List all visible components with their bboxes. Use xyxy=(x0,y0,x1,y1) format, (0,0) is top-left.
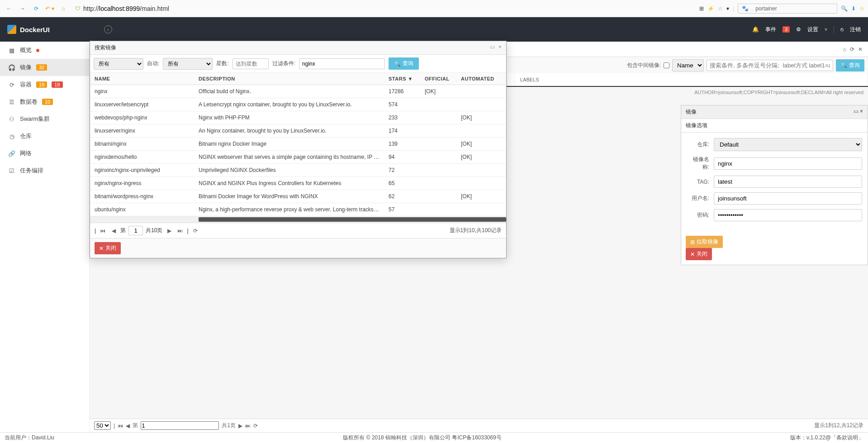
col-desc[interactable]: DESCRIPTION xyxy=(194,73,384,85)
close-all-icon[interactable]: ✕ xyxy=(858,46,863,52)
sidebar-item-network[interactable]: 🔗 网络 xyxy=(0,145,89,162)
qr-icon[interactable]: ⊞ xyxy=(699,5,704,12)
reload-icon[interactable]: ⟳ xyxy=(191,227,199,235)
events-label[interactable]: 事件 xyxy=(765,26,776,33)
favorite-icon[interactable]: ☆ xyxy=(859,5,864,12)
horizontal-scrollbar[interactable] xyxy=(90,216,506,223)
maximize-icon[interactable]: ▭ xyxy=(490,44,495,52)
table-row[interactable]: nginxinc/nginx-unprivilegedUnprivileged … xyxy=(90,164,506,177)
prev-page-icon[interactable]: ◀ xyxy=(126,423,130,429)
search-icon[interactable]: 🔍 xyxy=(841,5,848,12)
first-page-icon[interactable]: ⏮ xyxy=(118,423,123,429)
home-icon[interactable]: ⌂ xyxy=(843,46,846,52)
shield-icon: 🛡 xyxy=(75,5,81,12)
col-official[interactable]: OFFICIAL xyxy=(420,73,456,85)
page-input[interactable] xyxy=(128,226,143,235)
filter-input[interactable] xyxy=(707,60,833,71)
image-name-input[interactable] xyxy=(714,157,862,170)
pull-image-button[interactable]: ⊞拉取镜像 xyxy=(686,236,723,248)
undo-icon[interactable]: ↶ ▾ xyxy=(44,3,55,14)
logout-label[interactable]: 注销 xyxy=(850,26,861,33)
chevron-down-icon[interactable]: ▾ xyxy=(726,5,729,12)
col-name[interactable]: NAME xyxy=(90,73,194,85)
close-icon[interactable]: × xyxy=(860,108,863,114)
reload-icon[interactable]: ⟳ xyxy=(31,3,42,14)
include-intermediate-checkbox[interactable] xyxy=(664,62,669,68)
settings-label[interactable]: 设置 xyxy=(807,26,818,33)
tag-input[interactable] xyxy=(714,176,862,188)
sidebar-item-swarm[interactable]: ⚇ Swarm集群 xyxy=(0,110,89,128)
url-text: http://localhost:8999/main.html xyxy=(83,5,169,12)
forward-icon[interactable]: → xyxy=(17,3,28,14)
bolt-icon[interactable]: ⚡ xyxy=(707,5,714,12)
app-name: DockerUI xyxy=(20,26,50,33)
next-page-icon[interactable]: ▶ xyxy=(238,423,242,429)
current-user-label: 当前用户：David.Liu xyxy=(5,434,54,442)
name-select[interactable]: Name xyxy=(672,59,704,71)
browser-search[interactable]: 🐾 , portainer xyxy=(738,4,837,14)
table-row[interactable]: webdevops/php-nginxNginx with PHP-FPM233… xyxy=(90,111,506,124)
sidebar-item-overview[interactable]: ▦ 概览 xyxy=(0,42,89,59)
repo-select[interactable]: Default xyxy=(714,138,862,151)
filter-input[interactable] xyxy=(299,58,385,69)
grid-icon: ▦ xyxy=(8,47,15,54)
panel-close-button[interactable]: ✕关闭 xyxy=(686,248,712,260)
last-page-icon[interactable]: ⏭ xyxy=(245,423,251,429)
dialog-close-button[interactable]: ✕关闭 xyxy=(95,242,121,254)
pager-info: 显示1到10,共100记录 xyxy=(450,227,502,234)
back-icon[interactable]: ← xyxy=(4,3,14,14)
refresh-icon: ⟳ xyxy=(8,81,15,88)
panel-section: 镜像选项 xyxy=(686,122,707,129)
next-page-icon[interactable]: ▶ xyxy=(165,227,173,235)
dialog-query-button[interactable]: 🔍查询 xyxy=(389,57,419,70)
pager-info: 显示1到12,共12记录 xyxy=(814,422,863,429)
home-icon[interactable]: ⌂ xyxy=(58,3,69,14)
first-page-icon[interactable]: ⏮ xyxy=(99,227,107,235)
sidebar-item-tasks[interactable]: ☑ 任务编排 xyxy=(0,162,89,179)
bell-icon[interactable]: 🔔 xyxy=(752,26,759,33)
table-row[interactable]: bitnami/wordpress-nginxBitnami Docker Im… xyxy=(90,190,506,203)
image-detail-panel: 镜像 ▭ × 镜像选项 仓库:Default 镜像名称: TAG: 用户名: 密… xyxy=(681,105,868,265)
table-row[interactable]: bitnami/nginxBitnami nginx Docker Image1… xyxy=(90,138,506,151)
headphones-icon: 🎧 xyxy=(8,64,15,71)
gear-icon[interactable]: ⚙ xyxy=(796,26,801,33)
sidebar-item-containers[interactable]: ⟳ 容器 19 19 xyxy=(0,76,89,93)
reload-icon[interactable]: ⟳ xyxy=(253,423,258,429)
table-row[interactable]: nginxOfficial build of Nginx.17286[OK] xyxy=(90,85,506,98)
table-row[interactable]: ubuntu/nginxNginx, a high-performance re… xyxy=(90,203,506,216)
sidebar-item-registry[interactable]: ◷ 仓库 xyxy=(0,128,89,145)
sidebar: ▦ 概览 🎧 镜像 32 ⟳ 容器 19 19 ☰ 数据卷 10 ⚇ Swarm… xyxy=(0,42,90,443)
table-row[interactable]: nginxdemos/helloNGINX webserver that ser… xyxy=(90,151,506,164)
close-icon[interactable]: × xyxy=(498,44,502,52)
sidebar-item-images[interactable]: 🎧 镜像 32 xyxy=(0,59,89,76)
page-input[interactable] xyxy=(141,421,219,430)
last-page-icon[interactable]: ⏭ xyxy=(176,227,184,235)
prev-page-icon[interactable]: ◀ xyxy=(109,227,118,235)
all-select-1[interactable]: 所有 xyxy=(94,58,143,70)
gauge-icon: ◷ xyxy=(8,133,15,140)
download-icon[interactable]: ⬇ xyxy=(851,5,856,12)
password-input[interactable] xyxy=(714,209,862,221)
col-auto[interactable]: AUTOMATED xyxy=(456,73,506,85)
extensions: ⊞ ⚡ ☆ ▾ | 🐾 , portainer 🔍 ⬇ ☆ xyxy=(699,4,864,14)
logo-icon xyxy=(7,25,16,34)
reload-icon[interactable]: ⟳ xyxy=(850,46,854,52)
url-bar[interactable]: 🛡 http://localhost:8999/main.html xyxy=(75,5,392,12)
task-icon: ☑ xyxy=(8,167,15,174)
sidebar-collapse-icon[interactable]: ‹ xyxy=(104,25,112,33)
sidebar-item-volumes[interactable]: ☰ 数据卷 10 xyxy=(0,93,89,110)
dot-icon xyxy=(36,49,39,52)
query-button[interactable]: 🔍查询 xyxy=(836,59,864,71)
star-icon[interactable]: ☆ xyxy=(718,5,723,12)
col-stars[interactable]: STARS ▼ xyxy=(384,73,420,85)
logout-icon[interactable]: ⎋ xyxy=(840,26,844,33)
stars-input[interactable] xyxy=(232,58,269,69)
user-input[interactable] xyxy=(714,192,862,205)
table-row[interactable]: linuxserver/letsencryptA Letsencrypt ngi… xyxy=(90,98,506,111)
minimize-icon[interactable]: ▭ xyxy=(854,108,859,114)
table-row[interactable]: linuxserver/nginxAn Nginx container, bro… xyxy=(90,124,506,138)
auto-select[interactable]: 所有 xyxy=(163,58,213,70)
table-row[interactable]: nginx/nginx-ingressNGINX and NGINX Plus … xyxy=(90,177,506,190)
events-count: 3 xyxy=(783,26,790,33)
page-size-select[interactable]: 50 xyxy=(94,421,111,430)
